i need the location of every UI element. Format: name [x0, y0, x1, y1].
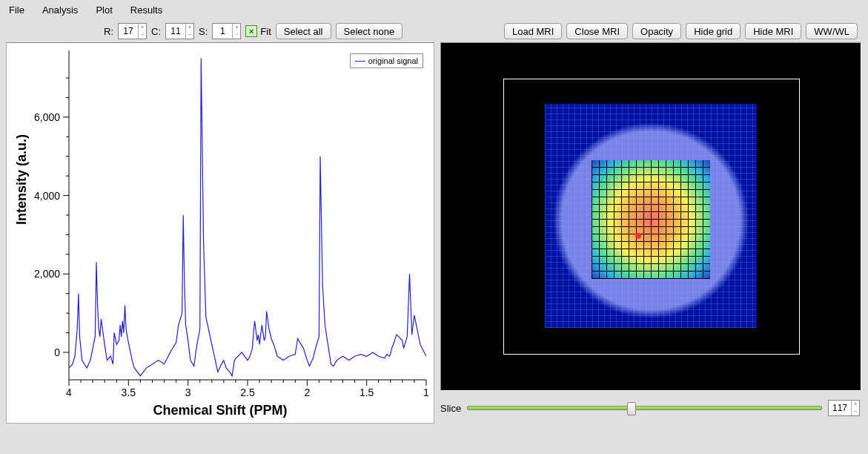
c-input[interactable] [166, 24, 185, 39]
hide-mri-button[interactable]: Hide MRI [745, 23, 801, 39]
spectrum-plot[interactable]: 43.532.521.5102,0004,0006,000 [7, 43, 434, 423]
svg-text:4,000: 4,000 [34, 190, 60, 202]
mri-view[interactable] [440, 42, 861, 391]
svg-text:3: 3 [185, 386, 191, 398]
legend: original signal [350, 53, 423, 68]
toolbar: R: +− C: +− S: +− × Fit Select all Selec… [0, 20, 868, 42]
select-none-button[interactable]: Select none [336, 23, 403, 39]
voxel-grid[interactable] [592, 160, 710, 279]
legend-label: original signal [368, 56, 418, 65]
menu-file[interactable]: File [9, 4, 24, 16]
spectrum-panel: Intensity (a.u.) 43.532.521.5102,0004,00… [6, 42, 434, 424]
opacity-button[interactable]: Opacity [632, 23, 681, 39]
r-label: R: [104, 26, 113, 37]
close-mri-button[interactable]: Close MRI [566, 23, 628, 39]
s-input[interactable] [213, 24, 232, 39]
svg-text:6,000: 6,000 [34, 111, 60, 123]
r-input[interactable] [119, 24, 138, 39]
svg-text:2: 2 [304, 386, 310, 398]
spinner-arrows[interactable]: +− [232, 24, 240, 39]
svg-text:0: 0 [54, 346, 60, 358]
svg-text:1.5: 1.5 [360, 386, 374, 398]
svg-text:2.5: 2.5 [240, 386, 255, 398]
c-label: C: [151, 26, 161, 37]
checkmark-icon: × [245, 25, 257, 37]
slice-label: Slice [440, 403, 461, 414]
x-axis-label: Chemical Shift (PPM) [7, 403, 434, 418]
svg-text:4: 4 [66, 386, 72, 398]
fit-label: Fit [260, 26, 271, 37]
slice-slider[interactable] [467, 406, 822, 410]
slice-spinner[interactable]: +− [828, 400, 860, 416]
s-label: S: [199, 26, 208, 37]
svg-text:2,000: 2,000 [34, 268, 60, 280]
spinner-arrows[interactable]: +− [138, 24, 146, 39]
r-spinner[interactable]: +− [118, 23, 147, 39]
svg-text:3.5: 3.5 [122, 386, 136, 398]
menu-plot[interactable]: Plot [96, 4, 112, 16]
select-all-button[interactable]: Select all [276, 23, 331, 39]
spinner-arrows[interactable]: +− [185, 24, 193, 39]
slider-thumb[interactable] [627, 402, 636, 415]
menubar: File Analysis Plot Results [0, 0, 868, 20]
svg-text:1: 1 [423, 386, 429, 398]
c-spinner[interactable]: +− [165, 23, 194, 39]
s-spinner[interactable]: +− [212, 23, 241, 39]
mri-panel: Slice +− [440, 42, 860, 422]
slice-input[interactable] [829, 401, 851, 415]
menu-results[interactable]: Results [130, 4, 162, 16]
menu-analysis[interactable]: Analysis [42, 4, 78, 16]
fit-checkbox[interactable]: × Fit [245, 25, 271, 37]
selected-voxel-marker [635, 233, 641, 239]
wwwl-button[interactable]: WW/WL [806, 23, 858, 39]
legend-line-icon [355, 61, 365, 62]
load-mri-button[interactable]: Load MRI [504, 23, 562, 39]
spinner-arrows[interactable]: +− [851, 401, 859, 415]
hide-grid-button[interactable]: Hide grid [686, 23, 741, 39]
